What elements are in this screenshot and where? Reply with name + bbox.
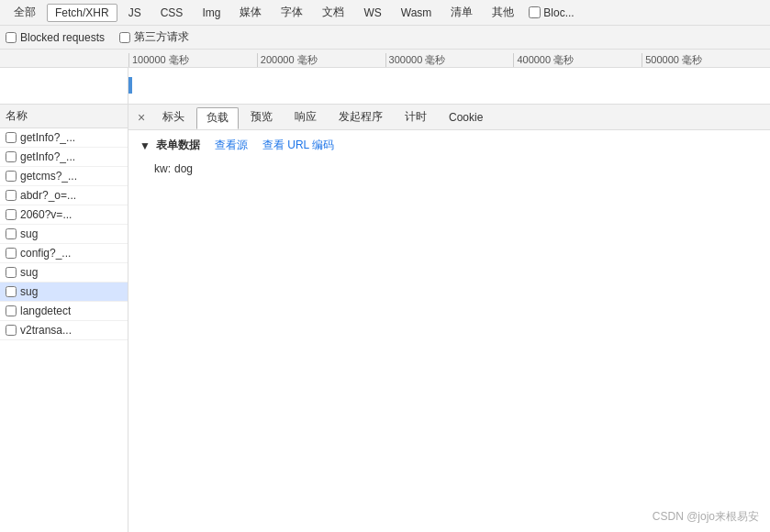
timeline-bar — [128, 77, 132, 94]
list-item[interactable]: getcms?_... — [0, 167, 128, 186]
left-list: 名称 getInfo?_...getInfo?_...getcms?_...ab… — [0, 105, 128, 532]
list-item-text: getInfo?_... — [20, 131, 75, 144]
filter-doc[interactable]: 文档 — [314, 2, 352, 23]
third-party-checkbox[interactable] — [119, 32, 130, 43]
tab-计时[interactable]: 计时 — [395, 106, 437, 128]
payload-field-row: kw:dog — [139, 161, 759, 177]
list-item-text: sug — [20, 266, 38, 279]
list-item-checkbox[interactable] — [6, 305, 17, 316]
checkbox-bar: Blocked requests 第三方请求 — [0, 26, 770, 50]
tab-预览[interactable]: 预览 — [240, 106, 283, 128]
list-item-checkbox[interactable] — [6, 171, 17, 182]
watermark: CSDN @jojo来根易安 — [653, 509, 759, 525]
timeline-area: 100000 毫秒 200000 毫秒 300000 毫秒 400000 毫秒 … — [0, 50, 770, 105]
list-item[interactable]: getInfo?_... — [0, 128, 128, 148]
list-item-checkbox[interactable] — [6, 325, 17, 336]
list-item[interactable]: v2transa... — [0, 321, 128, 340]
filter-ws[interactable]: WS — [355, 4, 389, 22]
list-header: 名称 — [0, 105, 128, 128]
filter-fetch-xhr[interactable]: Fetch/XHR — [47, 4, 117, 22]
list-item-text: v2transa... — [20, 324, 72, 337]
tabs-row: ×标头负载预览响应发起程序计时Cookie — [128, 105, 770, 130]
list-item-text: abdr?_o=... — [20, 189, 76, 202]
list-item-text: sug — [20, 227, 38, 240]
list-item-text: getInfo?_... — [20, 150, 75, 163]
list-item-text: getcms?_... — [20, 170, 77, 183]
payload-field-key: kw: — [154, 162, 171, 175]
view-url-link[interactable]: 查看 URL 编码 — [262, 138, 334, 153]
main-area: 名称 getInfo?_...getInfo?_...getcms?_...ab… — [0, 105, 770, 532]
list-item-checkbox[interactable] — [6, 267, 17, 278]
list-item[interactable]: sug — [0, 263, 128, 283]
filter-css[interactable]: CSS — [152, 4, 192, 22]
filter-all[interactable]: 全部 — [6, 2, 44, 23]
blocked-label-top: Bloc... — [543, 6, 574, 19]
timeline-content — [0, 68, 770, 105]
list-item[interactable]: sug — [0, 225, 128, 244]
filter-font[interactable]: 字体 — [273, 2, 311, 23]
filter-manifest[interactable]: 清单 — [442, 2, 481, 23]
section-arrow: ▼ — [139, 139, 151, 152]
tab-close-button[interactable]: × — [132, 108, 151, 127]
list-item-checkbox[interactable] — [6, 132, 17, 143]
list-item-checkbox[interactable] — [6, 209, 17, 220]
timeline-marker-1: 100000 毫秒 — [128, 53, 257, 67]
list-item-checkbox[interactable] — [6, 228, 17, 239]
blocked-checkbox-top[interactable] — [529, 6, 541, 18]
timeline-marker-3: 300000 毫秒 — [385, 53, 514, 67]
filter-img[interactable]: Img — [194, 4, 229, 22]
list-item-checkbox[interactable] — [6, 151, 17, 162]
tab-发起程序[interactable]: 发起程序 — [329, 106, 393, 128]
third-party-text: 第三方请求 — [134, 29, 189, 45]
payload-field-value: dog — [174, 162, 193, 175]
timeline-marker-5: 500000 毫秒 — [642, 53, 770, 67]
filter-wasm[interactable]: Wasm — [393, 4, 441, 22]
list-item-text: config?_... — [20, 247, 71, 260]
tab-Cookie[interactable]: Cookie — [439, 106, 493, 128]
list-item[interactable]: getInfo?_... — [0, 148, 128, 167]
timeline-ruler: 100000 毫秒 200000 毫秒 300000 毫秒 400000 毫秒 … — [0, 50, 770, 68]
list-item-text: 2060?v=... — [20, 208, 72, 221]
timeline-marker-4: 400000 毫秒 — [513, 53, 642, 67]
timeline-left-border — [0, 68, 128, 105]
list-item[interactable]: abdr?_o=... — [0, 186, 128, 205]
filter-bar: 全部 Fetch/XHR JS CSS Img 媒体 字体 文档 WS Wasm… — [0, 0, 770, 26]
filter-js[interactable]: JS — [120, 4, 150, 22]
blocked-requests-text: Blocked requests — [20, 31, 105, 44]
filter-media[interactable]: 媒体 — [231, 2, 270, 23]
list-item[interactable]: sug — [0, 283, 128, 302]
blocked-requests-label[interactable]: Blocked requests — [6, 31, 105, 44]
filter-other[interactable]: 其他 — [484, 2, 522, 23]
list-item[interactable]: config?_... — [0, 244, 128, 263]
list-item-checkbox[interactable] — [6, 190, 17, 201]
list-item-checkbox[interactable] — [6, 286, 17, 297]
form-data-title: ▼ 表单数据 — [139, 138, 200, 153]
third-party-requests-label[interactable]: 第三方请求 — [119, 29, 189, 45]
list-item-checkbox[interactable] — [6, 248, 17, 259]
timeline-marker-2: 200000 毫秒 — [257, 53, 385, 67]
right-panel: ×标头负载预览响应发起程序计时Cookie ▼ 表单数据 查看源 查看 URL … — [128, 105, 770, 532]
tab-标头[interactable]: 标头 — [152, 106, 195, 128]
view-source-link[interactable]: 查看源 — [215, 138, 248, 153]
list-item-text: langdetect — [20, 305, 71, 317]
tab-负载[interactable]: 负载 — [196, 107, 239, 129]
tab-响应[interactable]: 响应 — [285, 106, 327, 128]
list-item-text: sug — [20, 285, 38, 298]
blocked-requests-checkbox[interactable] — [6, 32, 17, 43]
list-item[interactable]: 2060?v=... — [0, 205, 128, 225]
payload-content: ▼ 表单数据 查看源 查看 URL 编码 kw:dog — [128, 130, 770, 532]
section-label: 表单数据 — [156, 138, 200, 153]
payload-subheader: ▼ 表单数据 查看源 查看 URL 编码 — [139, 138, 759, 153]
list-item[interactable]: langdetect — [0, 302, 128, 321]
